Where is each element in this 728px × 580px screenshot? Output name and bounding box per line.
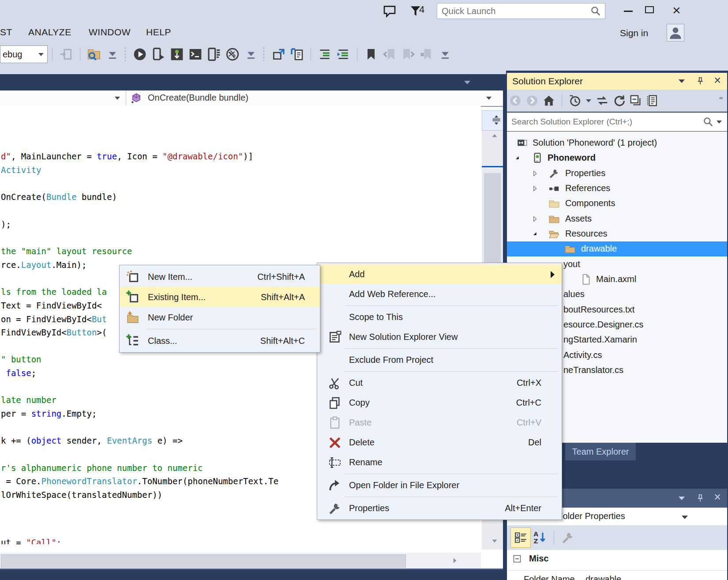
solution-search-input[interactable]	[507, 117, 700, 127]
menu-item-open-folder-in-file-explorer[interactable]: Open Folder in File Explorer	[317, 475, 562, 495]
menu-item-exclude-from-project[interactable]: Exclude From Project	[317, 350, 562, 370]
chevron-down-icon[interactable]	[586, 99, 591, 102]
indent-increase-icon[interactable]	[336, 47, 350, 61]
editor-splitter-handle[interactable]	[482, 110, 504, 131]
tree-item-assets[interactable]: Assets	[507, 211, 727, 226]
sync-icon[interactable]	[596, 94, 609, 107]
collapse-section-icon[interactable]	[513, 554, 522, 563]
collapse-arrow-icon[interactable]	[514, 154, 521, 162]
categorized-button[interactable]	[510, 527, 531, 548]
pin-icon[interactable]	[695, 76, 705, 86]
new-window-icon[interactable]	[271, 47, 285, 61]
bookmark-clear-icon[interactable]	[420, 47, 434, 61]
scroll-down-icon[interactable]	[489, 536, 500, 545]
expand-arrow-icon[interactable]	[532, 185, 539, 192]
android-install-icon[interactable]	[170, 47, 184, 61]
search-icon[interactable]	[702, 116, 714, 128]
menu-item-new-item[interactable]: New Item...Ctrl+Shift+A	[120, 267, 320, 287]
menu-item-add-web-reference[interactable]: Add Web Reference...	[317, 284, 562, 304]
tree-item-components[interactable]: Components	[507, 196, 727, 211]
solution-explorer-search-box[interactable]	[507, 113, 727, 131]
tab-team-explorer[interactable]: Team Explorer	[565, 443, 636, 460]
back-icon[interactable]	[509, 94, 522, 107]
alphabetical-sort-icon[interactable]: AZ	[533, 531, 547, 545]
horizontal-scroll-thumb[interactable]	[1, 554, 406, 568]
menu-item-new-folder[interactable]: New Folder	[120, 307, 320, 328]
console-icon[interactable]	[188, 47, 203, 61]
history-clock-icon[interactable]	[568, 94, 582, 107]
expand-arrow-icon[interactable]	[532, 170, 539, 177]
solution-explorer-titlebar[interactable]: Solution Explorer ×	[507, 73, 727, 90]
debug-configuration-dropdown[interactable]: ebug	[0, 45, 48, 63]
collapse-arrow-icon[interactable]	[532, 230, 539, 237]
bookmark-icon[interactable]	[364, 47, 378, 61]
document-list-chevron-icon[interactable]	[464, 81, 470, 84]
chevron-down-icon[interactable]	[682, 516, 688, 519]
feedback-icon[interactable]	[383, 4, 397, 18]
menubar-item-window[interactable]: WINDOW	[89, 27, 131, 38]
indent-decrease-icon[interactable]	[318, 47, 332, 61]
menu-item-scope-to-this[interactable]: Scope to This	[317, 307, 562, 327]
device-log-icon[interactable]	[207, 47, 221, 61]
scroll-up-icon[interactable]	[489, 132, 500, 140]
menu-item-paste[interactable]: PasteCtrl+V	[317, 413, 562, 433]
menubar-item-st[interactable]: ST	[0, 27, 12, 38]
scroll-right-icon[interactable]	[450, 556, 460, 565]
properties-section-misc[interactable]: Misc	[510, 554, 548, 564]
property-value[interactable]: drawable	[585, 574, 621, 580]
menu-item-properties[interactable]: PropertiesAlt+Enter	[317, 498, 562, 518]
tree-item-references[interactable]: References	[507, 181, 727, 196]
type-dropdown[interactable]	[0, 90, 126, 105]
toolbar-overflow-icon[interactable]: "	[719, 95, 723, 106]
home-icon[interactable]	[542, 94, 555, 107]
editor-horizontal-scrollbar[interactable]	[0, 553, 481, 569]
deploy-phone-icon[interactable]	[151, 47, 165, 61]
overflow-icon[interactable]	[438, 47, 452, 61]
tree-item-resources[interactable]: Resources	[507, 226, 727, 241]
forward-icon[interactable]	[525, 94, 539, 107]
bookmark-prev-icon[interactable]	[383, 47, 397, 61]
menu-item-delete[interactable]: DeleteDel	[317, 433, 562, 452]
menu-item-new-solution-explorer-view[interactable]: New Solution Explorer View	[317, 327, 562, 347]
toolbar-drag-handle[interactable]	[263, 47, 266, 62]
user-avatar-icon[interactable]	[667, 24, 684, 41]
bookmark-next-icon[interactable]	[401, 47, 415, 61]
pin-icon[interactable]	[695, 493, 705, 503]
close-icon[interactable]: ×	[714, 75, 721, 87]
member-dropdown[interactable]: OnCreate(Bundle bundle)	[126, 90, 503, 105]
collapse-all-icon[interactable]	[629, 94, 642, 107]
tree-item-drawable[interactable]: drawable	[507, 241, 727, 256]
toolbar-drag-handle[interactable]	[124, 47, 128, 62]
menu-item-existing-item[interactable]: Existing Item...Shift+Alt+A	[120, 287, 320, 307]
preview-icon[interactable]	[646, 94, 659, 107]
copy-structure-icon[interactable]	[290, 47, 304, 61]
start-debug-icon[interactable]	[133, 47, 147, 61]
window-position-chevron-icon[interactable]	[679, 497, 685, 500]
quick-launch-input[interactable]	[437, 6, 588, 16]
close-icon[interactable]: ×	[714, 491, 721, 503]
menu-item-add[interactable]: Add	[317, 264, 562, 284]
maximize-icon[interactable]	[645, 6, 654, 13]
tree-item-properties[interactable]: Properties	[507, 166, 727, 181]
pattern-icon[interactable]	[225, 47, 240, 61]
minimize-icon[interactable]	[624, 11, 633, 12]
tree-item-solution-phoneword-1-project[interactable]: Solution 'Phoneword' (1 project)	[507, 136, 727, 151]
find-in-files-icon[interactable]	[87, 47, 101, 61]
attach-debugger-icon[interactable]	[59, 47, 73, 61]
window-position-chevron-icon[interactable]	[679, 79, 685, 83]
overflow-icon[interactable]	[244, 47, 258, 61]
menubar-item-analyze[interactable]: ANALYZE	[28, 27, 71, 38]
tree-item-phoneword[interactable]: Phoneword	[507, 151, 727, 166]
sign-in-link[interactable]: Sign in	[620, 28, 648, 38]
quick-launch-box[interactable]	[437, 3, 605, 19]
overflow-icon[interactable]	[105, 47, 120, 61]
refresh-icon[interactable]	[612, 94, 626, 107]
menu-item-class[interactable]: Class...Shift+Alt+C	[120, 331, 320, 351]
menu-item-rename[interactable]: Rename	[317, 452, 562, 472]
menu-item-copy[interactable]: CopyCtrl+C	[317, 393, 562, 413]
property-row[interactable]: Folder Name drawable	[507, 570, 727, 580]
menubar-item-help[interactable]: HELP	[146, 27, 171, 38]
menu-item-cut[interactable]: CutCtrl+X	[317, 373, 562, 393]
expand-arrow-icon[interactable]	[532, 215, 539, 222]
search-options-chevron-icon[interactable]	[717, 121, 722, 124]
